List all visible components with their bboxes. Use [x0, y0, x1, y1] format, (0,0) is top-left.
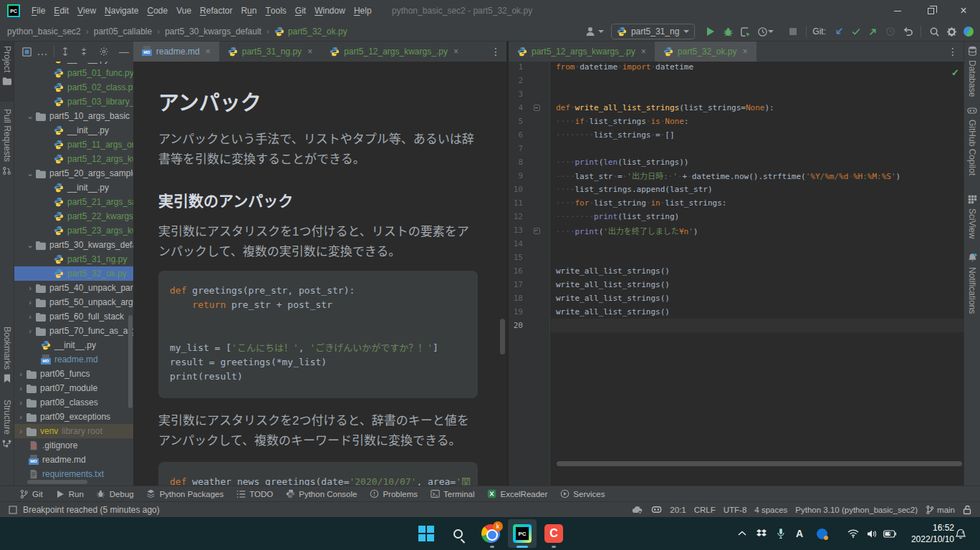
tab-close-icon[interactable]: × [206, 47, 211, 57]
editor-line-9[interactable]: 9····last_str·=·'出力日時:·'·+·datetime.now(… [509, 168, 964, 183]
menu-refactor[interactable]: Refactor [196, 0, 236, 21]
chevron-right-icon[interactable]: › [25, 284, 35, 292]
tab-options-kebab-icon[interactable]: ⋮ [942, 42, 964, 62]
ime-indicator[interactable]: A [792, 517, 807, 550]
debug-button[interactable] [719, 23, 736, 40]
breadcrumb-item[interactable]: part5_30_kwargs_default [165, 26, 261, 37]
line-separator[interactable]: CRLF [694, 506, 716, 514]
indent-setting[interactable]: 4 spaces [754, 506, 787, 514]
menu-navigate[interactable]: Navigate [100, 0, 143, 21]
tree-item-part5_12_args_kwargs_.py[interactable]: part5_12_args_kwargs_.py [14, 152, 133, 166]
volume-tray-icon[interactable] [864, 517, 880, 550]
tree-item-part5_22_kwargs_sample.py[interactable]: part5_22_kwargs_sample.py [14, 209, 133, 223]
menu-vue[interactable]: Vue [172, 0, 196, 21]
collapse-all-icon[interactable] [79, 47, 89, 57]
stripe-pull-requests[interactable]: Pull Requests [0, 105, 14, 189]
tree-item-part5_20_args_sample[interactable]: ⌄part5_20_args_sample [14, 166, 133, 180]
tree-item-part5_01_func.py[interactable]: part5_01_func.py [14, 66, 133, 80]
close-button[interactable]: × [947, 0, 980, 21]
stripe-github-copilot[interactable]: GitHub Copilot [964, 106, 980, 175]
tree-h-scrollbar[interactable] [27, 480, 87, 484]
tree-item-part07_module[interactable]: ›part07_module [14, 381, 133, 395]
git-update-button[interactable] [830, 23, 847, 40]
tree-item-part5_11_args_only.py[interactable]: part5_11_args_only.py [14, 138, 133, 152]
tree-item-part5_23_args_kwargs.py[interactable]: part5_23_args_kwargs.py [14, 223, 133, 238]
toolwindow-problems[interactable]: Problems [369, 489, 418, 499]
stripe-notifications[interactable]: Notifications [964, 253, 980, 314]
toolwindow-python-console[interactable]: Python Console [285, 489, 357, 499]
editor-line-3[interactable]: 3 [509, 87, 964, 101]
caret-position[interactable]: 20:1 [670, 506, 686, 514]
tab-options-kebab-icon[interactable]: ⋮ [485, 42, 506, 62]
tree-item-part06_funcs[interactable]: ›part06_funcs [14, 367, 133, 381]
tab-part5_31_ng.py[interactable]: part5_31_ng.py× [219, 42, 321, 62]
notification-bell-tray-icon[interactable]: z [953, 517, 969, 550]
tab-part5_12_args_kwargs_.py[interactable]: part5_12_args_kwargs_.py× [321, 42, 467, 62]
tree-item-part5_03_library_ex.py[interactable]: part5_03_library_ex.py [14, 95, 133, 109]
run-configuration-select[interactable]: part5_31_ng [611, 24, 695, 39]
editor-line-1[interactable]: 1from·datetime·import·datetime [509, 62, 964, 74]
tree-settings-gear-icon[interactable] [99, 47, 109, 57]
start-button[interactable] [412, 519, 441, 548]
tab-part5_12_args_kwargs_.py[interactable]: part5_12_args_kwargs_.py× [509, 42, 655, 62]
chevron-right-icon[interactable]: › [16, 412, 26, 421]
editor-line-2[interactable]: 2 [509, 73, 964, 87]
stripe-project[interactable]: Project [0, 42, 14, 102]
code-editor-pane[interactable]: 1from·datetime·import·datetime234−def·wr… [509, 62, 964, 486]
tree-item-__init__.py[interactable]: __init__.py [14, 123, 133, 138]
chevron-right-icon[interactable]: › [16, 398, 26, 407]
toolwindow-debug[interactable]: Debug [96, 489, 134, 499]
editor-line-14[interactable]: 14 [509, 237, 964, 251]
editor-h-scrollbar[interactable] [557, 461, 962, 466]
expand-all-icon[interactable] [60, 47, 70, 57]
tree-item-.gitignore[interactable]: .gitignore [14, 438, 133, 453]
code-with-me-icon[interactable] [960, 23, 977, 40]
inspection-ok-icon[interactable]: ✓ [951, 67, 959, 78]
chevron-right-icon[interactable]: › [16, 370, 26, 378]
git-branch-widget[interactable]: main [926, 505, 955, 515]
wifi-tray-icon[interactable] [845, 517, 861, 550]
toolwindow-excelreader[interactable]: ExcelReader [486, 489, 547, 499]
color-app-tray-icon[interactable] [813, 517, 830, 550]
camtasia-taskbar-button[interactable]: C [539, 519, 568, 548]
git-commit-button[interactable] [847, 23, 865, 40]
chevron-right-icon[interactable]: › [16, 427, 26, 435]
toolwindow-run[interactable]: Run [55, 489, 84, 499]
status-message[interactable]: Breakpoint reached (5 minutes ago) [23, 505, 160, 515]
tree-v-scrollbar[interactable] [128, 315, 133, 408]
lock-icon[interactable] [963, 505, 971, 515]
menu-run[interactable]: Run [236, 0, 261, 21]
cloud-sync-icon[interactable] [632, 505, 643, 515]
locate-file-icon[interactable] [21, 47, 32, 57]
menu-file[interactable]: File [27, 0, 49, 21]
tree-item-readme.md[interactable]: MDreadme.md [14, 453, 133, 467]
chevron-right-icon[interactable]: › [25, 327, 35, 335]
minimize-button[interactable] [881, 0, 914, 21]
profiler-dropdown-arrow[interactable] [768, 30, 774, 33]
editor-line-13[interactable]: 13⌐····print('出力を終了しました¥n') [509, 223, 964, 238]
toolwindow-services[interactable]: Services [559, 489, 605, 499]
editor-line-20[interactable]: 20 [509, 319, 964, 333]
battery-tray-icon[interactable] [881, 517, 898, 550]
tree-item-__init__.py[interactable]: __init__.py [14, 338, 133, 352]
breadcrumb-current-file[interactable]: part5_32_ok.py [274, 26, 347, 37]
menu-code[interactable]: Code [143, 0, 172, 21]
editor-line-18[interactable]: 18write_all_list_strings() [509, 291, 964, 306]
git-push-button[interactable] [865, 23, 882, 40]
tree-item-part5_31_ng.py[interactable]: part5_31_ng.py [14, 252, 133, 266]
stripe-sciview[interactable]: SciView [964, 195, 980, 238]
menu-edit[interactable]: Edit [49, 0, 73, 21]
more-options-icon[interactable]: … [37, 45, 48, 58]
chevron-down-icon[interactable]: ⌄ [25, 169, 35, 178]
breadcrumb-item[interactable]: python_basic_sec2 [7, 26, 81, 37]
copilot-status-icon[interactable] [651, 504, 662, 515]
rollback-button[interactable] [899, 23, 916, 40]
stripe-structure[interactable]: Structure [0, 395, 14, 463]
editor-line-16[interactable]: 16write_all_list_strings() [509, 264, 964, 279]
menu-window[interactable]: Window [310, 0, 350, 21]
tree-item-part5_30_kwargs_default[interactable]: ⌄part5_30_kwargs_default [14, 238, 133, 252]
editor-line-17[interactable]: 17write_all_list_strings() [509, 278, 964, 292]
toolwindow-python-packages[interactable]: Python Packages [146, 489, 224, 499]
toolwindow-todo[interactable]: TODO [236, 489, 273, 499]
tab-close-icon[interactable]: × [641, 47, 646, 57]
